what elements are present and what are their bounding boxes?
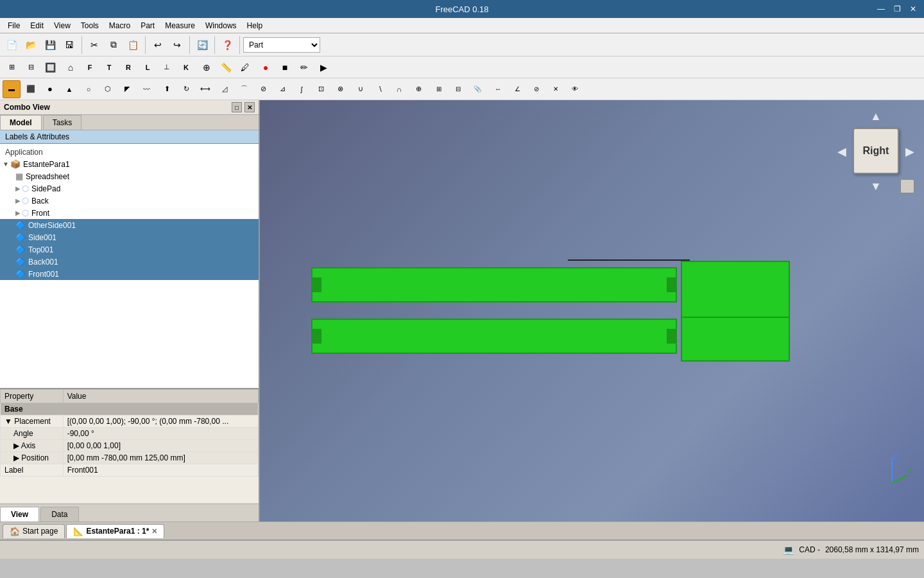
top-view-button[interactable]: T (100, 58, 118, 76)
nav-down-arrow[interactable]: ▼ (870, 180, 882, 193)
stop-button[interactable]: ■ (276, 58, 294, 76)
refresh-button[interactable]: 🔄 (193, 36, 211, 54)
section-button[interactable]: ⊘ (254, 80, 272, 98)
sphere-button[interactable]: ● (41, 80, 59, 98)
props-row-placement[interactable]: ▼ Placement [(0,00 0,00 1,00); -90,00 °;… (1, 416, 259, 428)
tree-item-sidepad[interactable]: ▶ ⬡ SidePad (0, 182, 259, 195)
menu-edit[interactable]: Edit (25, 20, 49, 31)
menu-windows[interactable]: Windows (200, 20, 242, 31)
view-style-button[interactable]: 🔲 (41, 58, 59, 76)
cylinder-button[interactable]: ⬛ (22, 80, 40, 98)
draw-style-button[interactable]: 🖊 (236, 58, 254, 76)
bool-intersect-button[interactable]: ∩ (390, 80, 408, 98)
measure-toggle-button[interactable]: 👁 (566, 80, 584, 98)
extrude-button[interactable]: ⬆ (158, 80, 176, 98)
nav-cube[interactable]: ▲ ▼ ◀ ▶ Right (837, 110, 914, 193)
nav-up-arrow[interactable]: ▲ (870, 110, 882, 123)
fit-all-button[interactable]: ⊞ (3, 58, 21, 76)
viewport-3d[interactable]: ▲ ▼ ◀ ▶ Right Z Y (260, 100, 924, 521)
right-view-button[interactable]: R (119, 58, 137, 76)
menu-tools[interactable]: Tools (76, 20, 104, 31)
tree-item-otherside001[interactable]: 🔷 OtherSide001 (0, 219, 259, 231)
model-tree[interactable]: Application ▼ 📦 EstantePara1 ▦ Spreadshe… (0, 144, 259, 388)
attach-button[interactable]: 📎 (468, 80, 486, 98)
helix-button[interactable]: 〰 (137, 80, 155, 98)
front-view-button[interactable]: F (81, 58, 99, 76)
axes-button[interactable]: ⊕ (198, 58, 216, 76)
rear-view-button[interactable]: K (177, 58, 195, 76)
prism-button[interactable]: ⬡ (99, 80, 117, 98)
offset-button[interactable]: ⊡ (312, 80, 330, 98)
menu-macro[interactable]: Macro (104, 20, 135, 31)
menu-file[interactable]: File (3, 20, 25, 31)
undo-button[interactable]: ↩ (149, 36, 167, 54)
nav-left-arrow[interactable]: ◀ (837, 144, 846, 159)
fit-sel-button[interactable]: ⊟ (22, 58, 40, 76)
tab-start-page[interactable]: 🏠 Start page (3, 524, 65, 538)
compound-button[interactable]: ⊞ (430, 80, 448, 98)
nav-right-arrow[interactable]: ▶ (905, 144, 914, 159)
home-view-button[interactable]: ⌂ (62, 58, 80, 76)
tree-item-spreadsheet[interactable]: ▦ Spreadsheet (0, 170, 259, 182)
compsolid-button[interactable]: ⊟ (449, 80, 467, 98)
loft-button[interactable]: ⊿ (273, 80, 291, 98)
tree-item-back[interactable]: ▶ ⬡ Back (0, 195, 259, 207)
tab-estante-close[interactable]: ✕ (151, 527, 157, 536)
tube-button[interactable]: ⊗ (331, 80, 349, 98)
combo-float-button[interactable]: □ (232, 102, 242, 112)
fillet-button[interactable]: ⌒ (235, 80, 253, 98)
props-row-axis[interactable]: ▶ Axis [0,00 0,00 1,00] (1, 440, 259, 452)
save-button[interactable]: 🖫 (60, 36, 78, 54)
tree-item-front[interactable]: ▶ ⬡ Front (0, 207, 259, 219)
help-button[interactable]: ❓ (218, 36, 236, 54)
cube-small-corner[interactable] (900, 179, 914, 193)
tab-tasks[interactable]: Tasks (43, 115, 82, 130)
bottom-view-button[interactable]: ⊥ (158, 58, 176, 76)
wedge-button[interactable]: ◤ (118, 80, 136, 98)
menu-part[interactable]: Part (135, 20, 160, 31)
close-button[interactable]: ✕ (907, 4, 919, 13)
menu-view[interactable]: View (49, 20, 76, 31)
torus-button[interactable]: ○ (80, 80, 98, 98)
tree-item-top001[interactable]: 🔷 Top001 (0, 243, 259, 256)
paste-button[interactable]: 📋 (124, 36, 142, 54)
menu-measure[interactable]: Measure (160, 20, 200, 31)
measure-clear-button[interactable]: ⊘ (527, 80, 545, 98)
tab-data[interactable]: Data (40, 507, 78, 521)
measure-ang-button[interactable]: ∠ (508, 80, 526, 98)
measure-clear-all-button[interactable]: ✕ (547, 80, 565, 98)
box-button[interactable]: ▬ (3, 80, 21, 98)
props-row-angle[interactable]: Angle -90,00 ° (1, 428, 259, 440)
props-row-position[interactable]: ▶ Position [0,00 mm -780,00 mm 125,00 mm… (1, 452, 259, 464)
maximize-button[interactable]: ❐ (891, 4, 903, 13)
combo-close-button[interactable]: ✕ (244, 102, 255, 112)
chamfer-button[interactable]: ◿ (216, 80, 234, 98)
bool-cut-button[interactable]: ∖ (371, 80, 389, 98)
minimize-button[interactable]: — (875, 4, 887, 13)
props-row-label[interactable]: Label Front001 (1, 464, 259, 477)
bool-xor-button[interactable]: ⊕ (409, 80, 427, 98)
tab-estante-3d[interactable]: 📐 EstantePara1 : 1* ✕ (66, 524, 164, 538)
tree-item-side001[interactable]: 🔷 Side001 (0, 231, 259, 243)
cube-face-right[interactable]: Right (853, 128, 899, 174)
tab-view[interactable]: View (0, 507, 39, 521)
macro-run-button[interactable]: ▶ (314, 58, 332, 76)
edit-button[interactable]: ✏ (295, 58, 313, 76)
mirror-button[interactable]: ⟷ (196, 80, 214, 98)
workbench-dropdown[interactable]: Part Draft Sketcher Spreadsheet (243, 37, 320, 53)
bool-union-button[interactable]: ∪ (352, 80, 370, 98)
open-button[interactable]: 📂 (22, 36, 40, 54)
measure-button[interactable]: 📏 (217, 58, 235, 76)
menu-help[interactable]: Help (242, 20, 268, 31)
sweep-button[interactable]: ∫ (293, 80, 311, 98)
cone-button[interactable]: ▲ (60, 80, 78, 98)
record-button[interactable]: ● (257, 58, 275, 76)
save-all-button[interactable]: 💾 (41, 36, 59, 54)
measure-lin-button[interactable]: ↔ (489, 80, 507, 98)
cut-button[interactable]: ✂ (85, 36, 103, 54)
copy-button[interactable]: ⧉ (105, 36, 123, 54)
redo-button[interactable]: ↪ (168, 36, 186, 54)
new-button[interactable]: 📄 (3, 36, 21, 54)
tab-model[interactable]: Model (0, 115, 42, 130)
tree-item-front001[interactable]: 🔷 Front001 (0, 268, 259, 280)
